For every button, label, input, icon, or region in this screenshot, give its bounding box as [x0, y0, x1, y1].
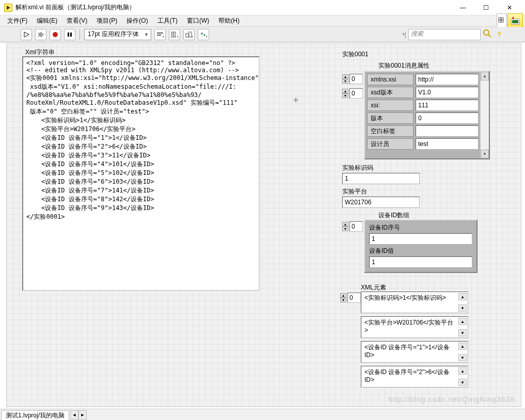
- attr-row-index-value[interactable]: 0: [349, 74, 363, 84]
- palette-grid-icon[interactable]: [497, 13, 507, 28]
- attr-key[interactable]: xsd版本: [367, 87, 413, 98]
- attr-row-index[interactable]: ▲▼ 0: [342, 74, 363, 84]
- xml-elem-item[interactable]: <实验平台>W201706</实验平台>▲▼: [361, 316, 468, 338]
- scroll-up-icon[interactable]: ▲: [481, 72, 489, 80]
- dev-seq-value[interactable]: 1: [369, 233, 472, 245]
- svg-rect-6: [512, 20, 518, 23]
- menu-edit[interactable]: 编辑(E): [33, 15, 61, 26]
- xml-string-indicator[interactable]: <?xml version="1.0" encoding="GB2312" st…: [22, 56, 260, 291]
- xml-line: <设备ID 设备序号="5">102</设备ID>: [26, 169, 256, 177]
- menu-file[interactable]: 文件(F): [3, 15, 31, 26]
- dev-array-index-value[interactable]: 0: [349, 221, 363, 232]
- attr-value[interactable]: [416, 125, 479, 137]
- align-button[interactable]: [154, 29, 166, 40]
- resize-button[interactable]: [183, 29, 195, 40]
- dev-val-value[interactable]: 1: [369, 256, 472, 268]
- xml-elem-index[interactable]: ▲▼ 0: [340, 293, 361, 303]
- attr-value[interactable]: test: [416, 138, 479, 150]
- attr-value[interactable]: 0: [416, 112, 479, 124]
- svg-point-10: [53, 32, 58, 37]
- down-arrow-icon[interactable]: ▼: [342, 93, 348, 98]
- maximize-button[interactable]: ☐: [474, 0, 498, 15]
- svg-marker-18: [177, 36, 178, 38]
- tab-prev-button[interactable]: ◄: [70, 410, 78, 419]
- menu-project[interactable]: 项目(P): [92, 15, 121, 26]
- distribute-button[interactable]: [169, 29, 180, 40]
- menu-operate[interactable]: 操作(O): [122, 15, 152, 26]
- item-scrollbar[interactable]: ▲▼: [458, 367, 467, 386]
- item-scrollbar[interactable]: ▲▼: [458, 293, 467, 312]
- abort-button[interactable]: [50, 29, 61, 40]
- xml-elem-item[interactable]: <实验标识码>1</实验标识码>▲▼: [361, 292, 468, 313]
- scroll-up-icon[interactable]: ▲: [458, 318, 467, 325]
- xml-elem-index-value[interactable]: 0: [347, 293, 361, 303]
- scroll-down-icon[interactable]: ▼: [458, 379, 467, 386]
- attr-row: xsd版本V1.0: [367, 87, 479, 98]
- crosshair-cursor-icon: ✛: [293, 96, 298, 104]
- svg-point-7: [512, 17, 514, 19]
- attr-key[interactable]: 设计员: [367, 138, 413, 150]
- attr-value[interactable]: V1.0: [416, 87, 479, 98]
- scroll-down-icon[interactable]: ▼: [458, 304, 467, 312]
- id-label: 实验标识码: [342, 164, 373, 172]
- scroll-up-icon[interactable]: ▲: [458, 367, 467, 375]
- platform-value[interactable]: W201706: [342, 197, 420, 208]
- help-icon[interactable]: ?: [494, 29, 504, 40]
- reorder-button[interactable]: [198, 29, 209, 40]
- attr-key[interactable]: 版本: [367, 112, 413, 124]
- window-title: 解析xml.vi 前面板（测试1.lvproj/我的电脑）: [15, 3, 451, 12]
- xml-elem-item[interactable]: <设备ID 设备序号="1">1</设备ID>▲▼: [361, 341, 468, 363]
- menu-window[interactable]: 窗口(W): [183, 15, 213, 26]
- xml-line: <设备ID 设备序号="9">143</设备ID>: [26, 204, 256, 213]
- toolbar: 17pt 应用程序字体 •| 搜索 ?: [0, 27, 525, 42]
- run-continuous-button[interactable]: [35, 29, 46, 40]
- scroll-down-icon[interactable]: ▼: [458, 329, 467, 336]
- scroll-up-icon[interactable]: ▲: [458, 293, 467, 300]
- svg-rect-13: [157, 33, 163, 34]
- xml-line: xsd版本="V1.0" xsi:noNamespaceSchemaLocati…: [26, 83, 256, 91]
- run-button[interactable]: [21, 29, 32, 40]
- xml-string-label: Xml字符串: [25, 48, 55, 57]
- up-arrow-icon[interactable]: ▲: [342, 89, 348, 93]
- attr-value[interactable]: 111: [416, 100, 479, 111]
- attr-col-index[interactable]: ▲▼ 0: [342, 88, 363, 99]
- minimize-button[interactable]: —: [451, 0, 474, 15]
- attr-key[interactable]: xsi:: [367, 100, 413, 111]
- dev-array-label: 设备ID数组: [378, 211, 409, 220]
- attr-key[interactable]: xmlns:xsi: [367, 74, 413, 85]
- up-arrow-icon[interactable]: ▲: [342, 222, 348, 227]
- svg-point-23: [203, 34, 205, 36]
- attr-key[interactable]: 空白标签: [367, 125, 413, 137]
- xml-elem-item[interactable]: <设备ID 设备序号="2">6</设备ID>▲▼: [361, 366, 468, 387]
- item-scrollbar[interactable]: ▲▼: [458, 343, 467, 361]
- item-scrollbar[interactable]: ▲▼: [458, 318, 467, 336]
- down-arrow-icon[interactable]: ▼: [340, 298, 346, 302]
- xml-line: <实验0001 xmlns:xsi="http://www.w3.org/200…: [26, 74, 256, 83]
- menu-help[interactable]: 帮助(H): [214, 15, 244, 26]
- font-selector[interactable]: 17pt 应用程序字体: [84, 29, 151, 40]
- attr-col-index-value[interactable]: 0: [349, 88, 363, 99]
- up-arrow-icon[interactable]: ▲: [342, 74, 348, 79]
- project-tab[interactable]: 测试1.lvproj/我的电脑: [1, 410, 69, 421]
- dev-val-label: 设备ID值: [369, 247, 472, 255]
- dev-array-index[interactable]: ▲▼ 0: [342, 221, 363, 232]
- scroll-up-icon[interactable]: ▲: [458, 343, 467, 350]
- id-value[interactable]: 1: [342, 173, 420, 184]
- pause-button[interactable]: [64, 29, 75, 40]
- menu-tools[interactable]: 工具(T): [153, 15, 182, 26]
- down-arrow-icon[interactable]: ▼: [342, 79, 348, 84]
- titlebar: 解析xml.vi 前面板（测试1.lvproj/我的电脑） — ☐ ✕: [0, 0, 525, 15]
- search-input[interactable]: 搜索: [408, 29, 481, 40]
- search-icon[interactable]: [483, 29, 492, 40]
- attr-value[interactable]: http://: [416, 74, 479, 85]
- menu-view[interactable]: 查看(V): [62, 15, 91, 26]
- vi-icon[interactable]: [507, 13, 523, 28]
- scroll-down-icon[interactable]: ▼: [481, 150, 489, 158]
- svg-rect-20: [189, 32, 192, 37]
- attr-scrollbar[interactable]: ▲▼: [480, 72, 489, 158]
- scroll-down-icon[interactable]: ▼: [458, 354, 467, 361]
- xml-elem-text: <设备ID 设备序号="2">6</设备ID>: [364, 368, 456, 384]
- down-arrow-icon[interactable]: ▼: [342, 227, 348, 231]
- tab-next-button[interactable]: ►: [78, 410, 87, 419]
- up-arrow-icon[interactable]: ▲: [340, 293, 346, 298]
